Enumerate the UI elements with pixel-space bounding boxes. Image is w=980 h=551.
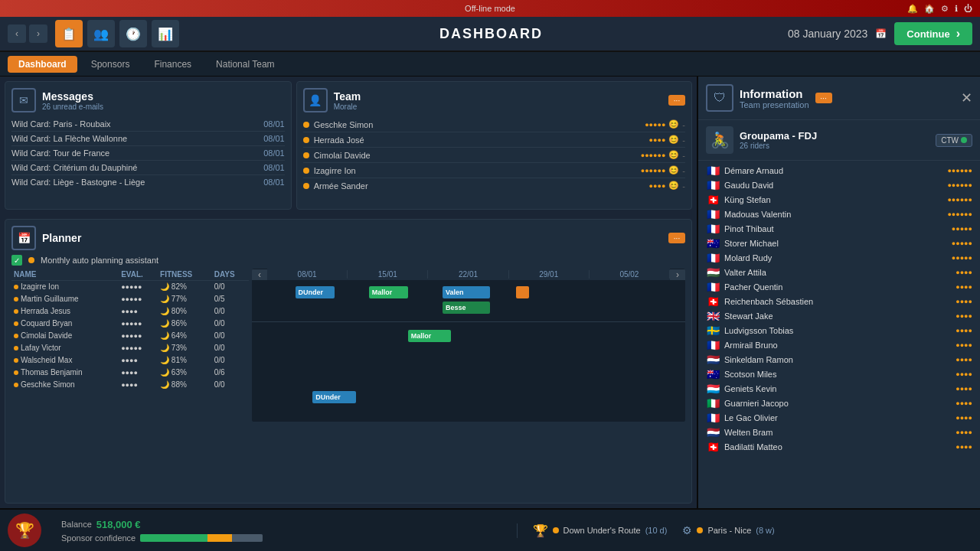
morale-dash: - [682,120,685,129]
list-item[interactable]: Wild Card: Paris - Roubaix 08/01 [11,117,285,132]
tab-national-team[interactable]: National Team [205,56,286,73]
rider-name: Izagirre Ion [314,166,641,175]
calendar-icon[interactable]: 📅 [875,28,887,39]
timeline-upper: DUnder Mallor Valen Besse [252,280,685,322]
list-item[interactable]: Geschke Simon ●●●●● 😊 - [303,117,685,132]
list-item[interactable]: 🇱🇺 Geniets Kevin ●●●● [698,382,980,396]
list-item[interactable]: 🇨🇭 Reichenbach Sébastien ●●●● [698,295,980,309]
forward-button[interactable]: › [29,24,47,43]
list-item[interactable]: 🇬🇧 Stewart Jake ●●●● [698,309,980,324]
continue-button[interactable]: Continue › [894,22,972,45]
list-item[interactable]: 🇳🇱 Welten Bram ●●●● [698,425,980,440]
table-row[interactable]: Thomas Benjamin ●●●● 🌙 63% 0/6 [11,367,249,379]
list-item[interactable]: 🇫🇷 Molard Rudy ●●●●● [698,251,980,266]
rider-name: Armirail Bruno [724,341,956,350]
list-item[interactable]: 🇭🇺 Valter Attila ●●●● [698,266,980,280]
race-block-small[interactable] [516,286,529,298]
table-row[interactable]: Coquard Bryan ●●●●● 🌙 86% 0/0 [11,318,249,330]
list-item[interactable]: Herrada José ●●●● 😊 - [303,132,685,148]
list-item[interactable]: 🇫🇷 Le Gac Olivier ●●●● [698,411,980,425]
list-item[interactable]: Wild Card: Critérium du Dauphiné 08/01 [11,161,285,175]
days-val: 0/0 [212,342,249,354]
planner-more-button[interactable]: ··· [668,233,685,243]
table-row[interactable]: Cimolai Davide ●●●●● 🌙 64% 0/0 [11,330,249,342]
fitness-pct: 🌙 77% [158,293,212,305]
calendar-icon-btn[interactable]: 🕐 [119,20,147,47]
list-item[interactable]: 🇳🇱 Sinkeldam Ramon ●●●● [698,353,980,367]
rider-dot [14,321,18,326]
list-item[interactable]: 🇫🇷 Madouas Valentin ●●●●●● [698,207,980,222]
days-val: 0/0 [212,379,249,391]
tab-dashboard[interactable]: Dashboard [8,56,77,73]
list-item[interactable]: Wild Card: Tour de France 08/01 [11,146,285,161]
messages-header: ✉ Messages 26 unread e-mails [11,88,285,112]
list-item[interactable]: 🇫🇷 Gaudu David ●●●●●● [698,178,980,193]
info-icon[interactable]: ℹ [955,4,958,14]
rider-stars: ●●●● [956,429,972,436]
fitness-pct: 🌙 82% [158,281,212,293]
info-more-button[interactable]: ··· [815,93,832,103]
team-badge: 🏆 [8,514,41,547]
bottom-logo-area: 🏆 [8,514,46,547]
morale-list: Geschke Simon ●●●●● 😊 - Herrada José ●●●… [303,117,685,193]
rider-name: Reichenbach Sébastien [724,297,956,306]
race-block[interactable]: DUnder [312,391,356,403]
info-close-button[interactable]: ✕ [961,90,972,106]
race-block[interactable]: DUnder [296,286,335,298]
rider-dot [14,346,18,350]
list-item[interactable]: 🇦🇺 Storer Michael ●●●●● [698,236,980,251]
rider-stars: ●●●● [956,399,972,407]
bell-icon[interactable]: 🔔 [907,4,918,14]
list-item[interactable]: Wild Card: Liège - Bastogne - Liège 08/0… [11,175,285,189]
list-item[interactable]: 🇦🇺 Scotson Miles ●●●● [698,367,980,382]
morale-stars: ●●●●●● [641,152,666,159]
race-block[interactable]: Mallor [408,330,452,342]
timeline-prev-button[interactable]: ‹ [252,269,267,280]
messages-title-group: Messages 26 unread e-mails [42,90,103,111]
table-row[interactable]: Martin Guillaume ●●●●● 🌙 77% 0/5 [11,293,249,305]
main-content: ✉ Messages 26 unread e-mails Wild Card: … [0,77,980,508]
auto-planning-checkbox[interactable]: ✓ [11,255,22,266]
top-bar: Off-line mode 🔔 🏠 ⚙ ℹ ⏻ [0,0,980,17]
list-item[interactable]: 🇫🇷 Pacher Quentin ●●●● [698,280,980,295]
team-icon-btn[interactable]: 👥 [87,20,115,47]
eval-stars: ●●●● [119,379,158,391]
team-more-button[interactable]: ··· [668,95,685,106]
list-item[interactable]: 🇨🇭 Küng Stefan ●●●●●● [698,193,980,207]
table-row[interactable]: Lafay Victor ●●●●● 🌙 73% 0/0 [11,342,249,354]
stats-icon-btn[interactable]: 📊 [152,20,179,47]
rider-stars: ●●●● [956,269,972,276]
eval-stars: ●●●● [119,367,158,379]
table-row[interactable]: Geschke Simon ●●●● 🌙 88% 0/0 [11,379,249,391]
dashboard-icon-btn[interactable]: 📋 [55,20,83,47]
settings-icon[interactable]: ⚙ [941,4,949,14]
table-row[interactable]: Izagirre Ion ●●●●● 🌙 82% 0/0 [11,281,249,293]
power-icon[interactable]: ⏻ [964,4,972,14]
list-item[interactable]: 🇫🇷 Démare Arnaud ●●●●●● [698,164,980,178]
tab-sponsors[interactable]: Sponsors [80,56,141,73]
race-block[interactable]: Mallor [369,286,408,298]
table-row[interactable]: Walscheid Max ●●●● 🌙 81% 0/0 [11,354,249,367]
list-item[interactable]: 🇨🇭 Badilatti Matteo ●●●● [698,440,980,455]
rider-name: Küng Stefan [724,195,947,204]
race-block[interactable]: Valen [443,286,490,298]
rider-flag: 🇱🇺 [706,384,720,393]
list-item[interactable]: 🇸🇪 Ludvigsson Tobias ●●●● [698,324,980,338]
list-item[interactable]: Wild Card: La Flèche Wallonne 08/01 [11,132,285,146]
list-item[interactable]: 🇫🇷 Armirail Bruno ●●●● [698,338,980,353]
info-panel-icon: 🛡 [706,84,733,112]
morale-dash: - [682,166,685,175]
list-item[interactable]: Izagirre Ion ●●●●●● 😊 - [303,163,685,178]
table-row[interactable]: Herrada Jesus ●●●● 🌙 80% 0/0 [11,305,249,318]
timeline-next-button[interactable]: › [670,269,685,280]
list-item[interactable]: 🇮🇹 Guarnieri Jacopo ●●●● [698,396,980,411]
list-item[interactable]: 🇫🇷 Pinot Thibaut ●●●●● [698,222,980,236]
back-button[interactable]: ‹ [8,24,26,43]
list-item[interactable]: Armée Sander ●●●● 😊 - [303,178,685,193]
race-block[interactable]: Besse [443,302,490,314]
list-item[interactable]: Cimolai Davide ●●●●●● 😊 - [303,148,685,163]
tab-finances[interactable]: Finances [143,56,202,73]
home-icon[interactable]: 🏠 [924,4,935,14]
gear-icon: ⚙ [682,524,692,536]
balance-label: Balance [61,520,92,529]
